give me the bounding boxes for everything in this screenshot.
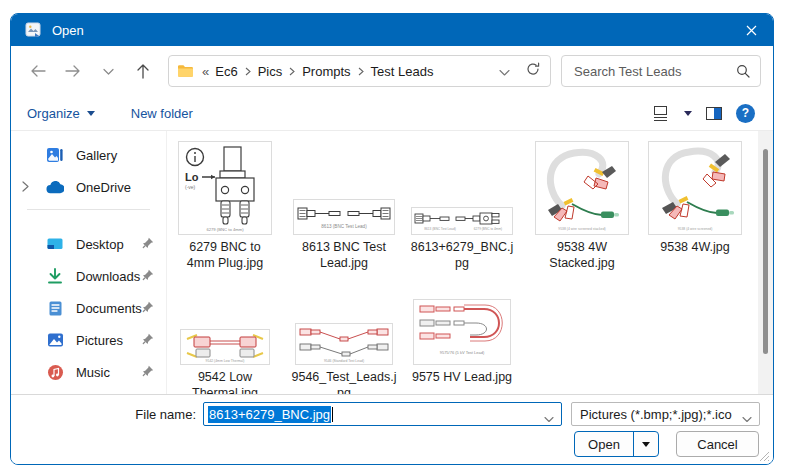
dialog-body: Gallery OneDrive: [11, 131, 773, 394]
sidebar-item-pictures[interactable]: Pictures: [11, 324, 166, 356]
command-bar: Organize New folder ?: [11, 96, 773, 131]
open-dialog: Open « Ec6 Pics: [10, 13, 774, 465]
svg-text:Lo: Lo: [185, 171, 199, 183]
help-icon: ?: [742, 106, 749, 120]
file-name-dropdown-button[interactable]: [544, 411, 554, 426]
open-button[interactable]: Open: [574, 431, 659, 457]
breadcrumb-item-ec6[interactable]: Ec6: [213, 64, 239, 79]
sidebar-item-label: OneDrive: [76, 180, 131, 195]
file-thumbnail: 9538 (4 wire screened): [648, 143, 742, 235]
gallery-icon: [46, 146, 64, 164]
file-item-8613-bnc-test-lead[interactable]: 8613 (BNC Test Lead) 8613 BNC TestLead.j…: [288, 143, 400, 271]
address-bar[interactable]: « Ec6 Pics Prompts Test Leads: [168, 55, 551, 87]
chevron-down-icon: [742, 411, 752, 426]
view-icon: [654, 106, 667, 115]
expand-chevron-icon[interactable]: [22, 180, 29, 195]
file-name: 9538 4W.jpg: [660, 239, 730, 255]
svg-text:9538 (4 wire screened stacked): 9538 (4 wire screened stacked): [558, 227, 605, 231]
refresh-button[interactable]: [526, 62, 540, 80]
file-item-9538-4w[interactable]: 9538 (4 wire screened) 9538 4W.jpg: [639, 143, 751, 255]
organize-label: Organize: [27, 106, 80, 121]
refresh-icon: [526, 62, 540, 76]
organize-menu-button[interactable]: Organize: [27, 106, 95, 121]
breadcrumb-item-test-leads[interactable]: Test Leads: [369, 64, 436, 79]
open-split-dropdown-button[interactable]: [633, 432, 658, 456]
pin-icon: [142, 301, 154, 316]
svg-text:8613 (BNC Test Lead): 8613 (BNC Test Lead): [424, 227, 455, 231]
svg-text:9538 (4 wire screened): 9538 (4 wire screened): [678, 227, 713, 231]
music-icon: [46, 363, 64, 381]
file-item-9542-low-thermal[interactable]: 9542 (4mm Low Thermal) 9542 LowThermal.j…: [169, 301, 281, 394]
close-button[interactable]: [729, 14, 773, 46]
folder-icon: [177, 64, 194, 78]
pin-icon: [142, 237, 154, 252]
app-icon: [25, 22, 42, 39]
text-caret: [332, 407, 333, 422]
file-name: 9542 LowThermal.jpg: [192, 369, 258, 394]
file-type-select[interactable]: Pictures (*.bmp;*.jpg);*.ico: [571, 402, 760, 426]
file-thumbnail: 9546 (Standard Test Lead): [295, 301, 393, 365]
recent-locations-button[interactable]: [95, 58, 121, 84]
file-name: 9546_Test_Leads.jpg: [292, 369, 397, 394]
scrollbar-thumb[interactable]: [763, 149, 768, 354]
file-type-value: Pictures (*.bmp;*.jpg);*.ico: [580, 407, 732, 422]
screen: Open « Ec6 Pics: [0, 0, 785, 474]
file-thumbnail: 8613 (BNC Test Lead) 6279 (BNC to 4mm): [411, 143, 513, 235]
resize-grip[interactable]: [759, 450, 770, 465]
chevron-down-icon: [642, 442, 650, 447]
svg-text:8613 (BNC Test Lead): 8613 (BNC Test Lead): [321, 224, 367, 229]
back-icon: [30, 64, 46, 78]
help-button[interactable]: ?: [736, 104, 755, 123]
file-item-9538-4w-stacked[interactable]: 9538 (4 wire screened stacked) 9538 4WSt…: [526, 143, 638, 271]
file-item-9575-hv-lead[interactable]: 9575/76 (5 kV Test Lead) 9575 HV Lead.jp…: [406, 301, 518, 385]
sidebar-item-label: Music: [76, 365, 110, 380]
sidebar-item-label: Desktop: [76, 237, 124, 252]
close-icon: [746, 25, 757, 36]
breadcrumb-overflow[interactable]: «: [194, 64, 213, 79]
sidebar: Gallery OneDrive: [11, 131, 166, 394]
svg-text:9546 (Standard Test Lead): 9546 (Standard Test Lead): [324, 359, 364, 363]
svg-text:6279 (BNC to 4mm): 6279 (BNC to 4mm): [206, 227, 244, 232]
pin-icon: [142, 269, 154, 284]
breadcrumb-item-prompts[interactable]: Prompts: [300, 64, 352, 79]
scrollbar-track[interactable]: [758, 131, 773, 394]
search-input[interactable]: [572, 63, 736, 80]
back-button[interactable]: [25, 58, 51, 84]
forward-button[interactable]: [60, 58, 86, 84]
desktop-icon: [46, 235, 64, 253]
preview-pane-button[interactable]: [706, 107, 722, 120]
sidebar-item-downloads[interactable]: Downloads: [11, 260, 166, 292]
file-name-input[interactable]: 8613+6279_BNC.jpg: [203, 402, 562, 426]
file-item-6279-bnc-to-4mm-plug[interactable]: Lo (-ve): [169, 143, 281, 271]
file-thumbnail: Lo (-ve): [178, 143, 272, 235]
file-name: 9538 4WStacked.jpg: [549, 239, 614, 271]
address-dropdown-button[interactable]: [499, 62, 510, 80]
sidebar-item-documents[interactable]: Documents: [11, 292, 166, 324]
change-view-button[interactable]: [653, 106, 670, 121]
chevron-down-icon: [499, 69, 510, 76]
dialog-footer: File name: 8613+6279_BNC.jpg Pictures (*…: [11, 394, 773, 465]
sidebar-item-music[interactable]: Music: [11, 356, 166, 388]
file-name-value: 8613+6279_BNC.jpg: [208, 406, 331, 423]
file-thumbnail: 9542 (4mm Low Thermal): [180, 301, 270, 365]
view-dropdown-button[interactable]: [684, 111, 692, 116]
open-button-label: Open: [575, 437, 633, 452]
file-item-9546-test-leads[interactable]: 9546 (Standard Test Lead) 9546_Test_Lead…: [288, 301, 400, 394]
sidebar-item-label: Gallery: [76, 148, 117, 163]
svg-text:9542 (4mm Low Thermal): 9542 (4mm Low Thermal): [206, 359, 245, 363]
file-item-8613-6279-bnc[interactable]: 8613 (BNC Test Lead) 6279 (BNC to 4mm) 8…: [406, 143, 518, 271]
file-name-label: File name:: [101, 407, 196, 422]
svg-text:9575/76 (5 kV Test Lead): 9575/76 (5 kV Test Lead): [440, 350, 485, 355]
sidebar-item-label: Downloads: [76, 269, 140, 284]
search-box[interactable]: [561, 55, 761, 87]
breadcrumb-separator-icon: [240, 67, 256, 76]
cancel-button[interactable]: Cancel: [676, 431, 759, 457]
new-folder-button[interactable]: New folder: [131, 106, 193, 121]
sidebar-item-onedrive[interactable]: OneDrive: [11, 171, 166, 203]
breadcrumb-separator-icon: [353, 67, 369, 76]
up-button[interactable]: [130, 58, 156, 84]
file-thumbnail: 9538 (4 wire screened stacked): [535, 143, 629, 235]
breadcrumb-item-pics[interactable]: Pics: [256, 64, 285, 79]
sidebar-item-gallery[interactable]: Gallery: [11, 139, 166, 171]
sidebar-item-desktop[interactable]: Desktop: [11, 228, 166, 260]
